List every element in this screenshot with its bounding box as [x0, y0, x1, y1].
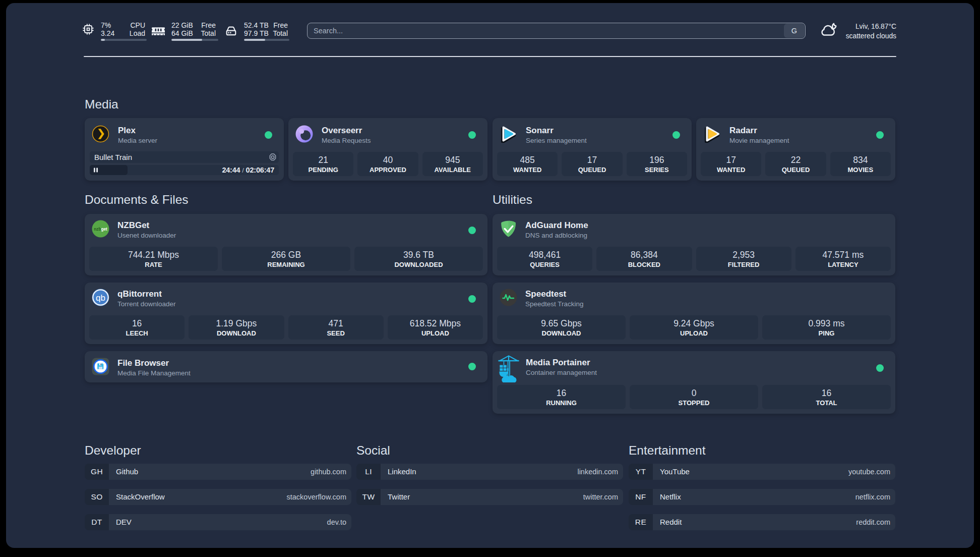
svg-text:qb: qb: [96, 293, 105, 303]
svg-text:nzbget: nzbget: [94, 227, 107, 232]
